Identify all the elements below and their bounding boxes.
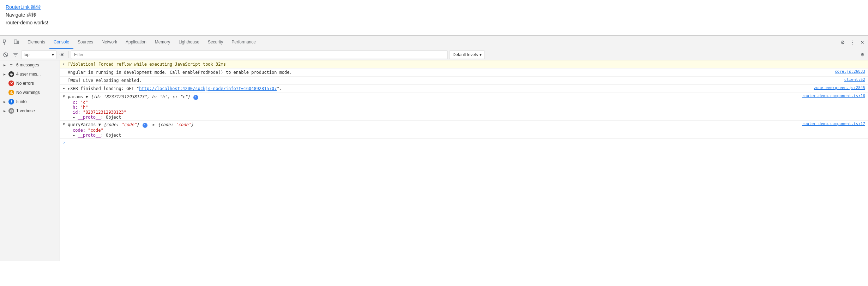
sidebar-item-info[interactable]: ► i 5 info [0,97,60,106]
separator [68,51,69,58]
row-expand-icon[interactable]: ► [63,61,68,66]
source-link[interactable]: core.js:26833 [829,69,865,74]
tab-performance[interactable]: Performance [227,36,260,49]
source-link[interactable]: router-demo.component.ts:17 [796,121,865,128]
context-selector[interactable]: top ▾ [21,50,56,59]
devtools-tabbar: Elements Console Sources Network Applica… [0,36,868,49]
console-prompt[interactable]: › [60,139,868,147]
console-output: ► [Violation] Forced reflow while execut… [60,60,868,261]
arrow-icon: ► [3,109,6,113]
row-expand-icon [63,77,68,78]
default-levels-button[interactable]: Default levels ▾ [449,50,484,59]
device-toggle-icon[interactable] [12,38,20,47]
queryparams-label: queryParams ▼ {code: "code"} i ► {code: … [68,121,796,128]
close-icon[interactable]: ✕ [858,38,867,47]
inspect-icon[interactable] [1,38,10,47]
filter-input[interactable] [71,50,448,59]
xhr-message: ►XHR finished loading: GET "http://local… [68,85,808,92]
params-row-header: ▼ params ▼ {id: "823712312938123", h: "h… [63,94,865,100]
settings-icon[interactable]: ⚙ [838,38,847,47]
chevron-down-icon: ▾ [52,52,54,57]
arrow-icon: ► [3,72,6,76]
router-link[interactable]: RouterLink 跳转 [6,4,862,11]
tab-lighthouse[interactable]: Lighthouse [174,36,204,49]
sidebar-item-all[interactable]: ► ≡ 6 messages [0,60,60,70]
violation-message: [Violation] Forced reflow while executin… [68,61,865,67]
queryparams-prop-proto[interactable]: ► __proto__: Object [63,133,121,138]
source-link[interactable]: client:52 [838,77,865,82]
tab-memory[interactable]: Memory [151,36,174,49]
wds-message: [WDS] Live Reloading enabled. [68,77,838,84]
svg-rect-4 [17,41,19,43]
clear-console-icon[interactable] [1,50,10,59]
eye-icon[interactable]: 👁 [58,50,66,59]
sidebar-item-verbose[interactable]: ► ⚙ 1 verbose [0,106,60,115]
more-options-icon[interactable]: ⋮ [848,38,857,47]
svg-rect-0 [3,40,5,42]
user-messages-icon: ⊗ [8,71,14,77]
row-expand-icon[interactable]: ▼ [63,121,68,128]
params-prop-c: c: "c" [63,100,88,105]
arrow-icon: ► [3,100,6,104]
console-settings-icon[interactable]: ⚙ [858,50,867,59]
queryparams-row-header: ▼ queryParams ▼ {code: "code"} i ► {code… [63,121,865,128]
console-row: [WDS] Live Reloading enabled. client:52 [60,77,868,85]
info-tooltip-icon[interactable]: i [143,123,147,128]
params-prop-id: id: "823712312938123" [63,110,126,115]
console-row: ► ►XHR finished loading: GET "http://loc… [60,85,868,93]
row-expand-icon [63,69,68,70]
params-prop-proto[interactable]: ► __proto__: Object [63,115,121,120]
navigate-text: Navigate 跳转 [6,12,862,18]
svg-rect-3 [14,40,17,44]
all-messages-icon: ≡ [8,62,14,68]
tab-application[interactable]: Application [121,36,151,49]
row-expand-icon[interactable]: ► [63,85,68,90]
tab-security[interactable]: Security [204,36,227,49]
source-link[interactable]: zone-evergreen.js:2845 [808,85,865,90]
devtools-panel: Elements Console Sources Network Applica… [0,35,868,261]
tab-elements[interactable]: Elements [23,36,49,49]
params-label: params ▼ {id: "823712312938123", h: "h",… [68,94,796,100]
svg-line-6 [4,53,7,56]
page-content: RouterLink 跳转 Navigate 跳转 router-demo wo… [0,0,868,35]
sidebar-item-errors[interactable]: ✕ No errors [0,79,60,88]
console-sidebar: ► ≡ 6 messages ► ⊗ 4 user mes... ✕ No er… [0,60,60,261]
sidebar-item-warnings[interactable]: ⚠ No warnings [0,88,60,97]
sidebar-item-user[interactable]: ► ⊗ 4 user mes... [0,70,60,79]
filter-toggle-icon[interactable] [11,50,20,59]
console-row: ▼ queryParams ▼ {code: "code"} i ► {code… [60,121,868,139]
prompt-icon: › [63,140,65,145]
chevron-down-icon: ▾ [480,52,482,57]
info-icon: i [8,99,14,105]
xhr-url[interactable]: http://localhost:4200/sockjs-node/info?t… [139,86,277,91]
console-toolbar: top ▾ 👁 Default levels ▾ ⚙ [0,49,868,60]
tab-network[interactable]: Network [97,36,121,49]
console-row: Angular is running in development mode. … [60,68,868,77]
queryparams-prop-code: code: "code" [63,128,103,133]
errors-icon: ✕ [8,81,14,86]
row-expand-icon[interactable]: ▼ [63,94,68,100]
page-body-text: router-demo works! [6,20,862,25]
params-prop-h: h: "h" [63,105,88,110]
devtools-left-icons [1,38,20,47]
warnings-icon: ⚠ [8,90,14,95]
angular-mode-message: Angular is running in development mode. … [68,69,829,76]
arrow-icon: ► [3,63,6,67]
info-tooltip-icon[interactable]: i [193,95,198,100]
source-link[interactable]: router-demo.component.ts:16 [796,94,865,100]
console-row: ► [Violation] Forced reflow while execut… [60,60,868,68]
verbose-icon: ⚙ [8,108,14,114]
tab-sources[interactable]: Sources [73,36,97,49]
devtools-right-icons: ⚙ ⋮ ✕ [838,38,867,47]
tab-console[interactable]: Console [49,36,73,49]
console-row: ▼ params ▼ {id: "823712312938123", h: "h… [60,93,868,121]
devtools-main: ► ≡ 6 messages ► ⊗ 4 user mes... ✕ No er… [0,60,868,261]
